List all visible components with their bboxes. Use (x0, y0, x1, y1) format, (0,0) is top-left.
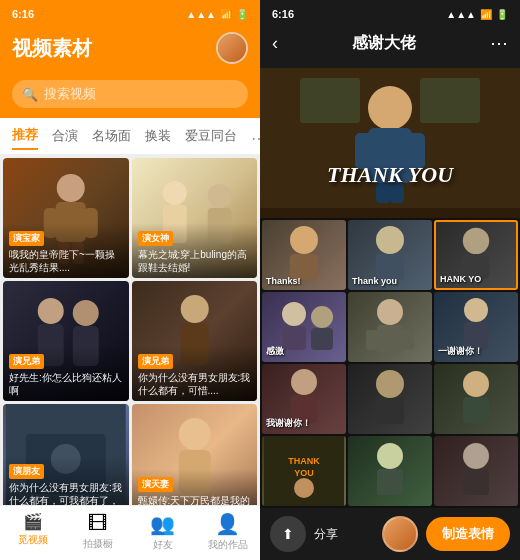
gif-cell-12[interactable] (434, 436, 518, 506)
wifi-icon: 📶 (220, 9, 232, 20)
video-card-1[interactable]: 演宝家 哦我的皇帝陛下~一颗操光乱秀结果.... (3, 158, 129, 278)
tab-recommend[interactable]: 推荐 (12, 126, 38, 150)
search-input-wrap[interactable]: 🔍 搜索视频 (12, 80, 248, 108)
svg-point-31 (290, 226, 318, 254)
video-tag-5: 演朋友 (9, 464, 44, 479)
svg-point-0 (57, 174, 85, 202)
gif-svg-9 (434, 364, 518, 434)
featured-text: THANK YOU (327, 162, 453, 188)
featured-gif[interactable]: THANK YOU (260, 68, 520, 218)
search-icon: 🔍 (22, 87, 38, 102)
nav-item-works[interactable]: 👤 我的作品 (195, 512, 260, 552)
featured-svg (260, 68, 520, 218)
upload-button[interactable]: ⬆ (270, 516, 306, 552)
svg-point-56 (294, 478, 314, 498)
svg-point-47 (291, 369, 317, 395)
gif-label-2: Thank you (352, 276, 397, 286)
shoot-nav-icon: 🎞 (88, 512, 108, 535)
svg-point-59 (463, 443, 489, 469)
right-bottom-bar: ⬆ 分享 制造表情 (260, 508, 520, 560)
gif-label-6: 一谢谢你！ (438, 345, 483, 358)
tabs-row: 推荐 合演 名场面 换装 爱豆同台 ⋯ (0, 118, 260, 155)
back-button[interactable]: ‹ (272, 33, 278, 54)
right-panel: 6:16 ▲▲▲ 📶 🔋 ‹ 感谢大佬 ⋯ (260, 0, 520, 560)
gif-cell-4[interactable]: 感激 (262, 292, 346, 362)
svg-rect-30 (420, 78, 480, 123)
svg-point-6 (162, 181, 186, 205)
video-overlay-1: 演宝家 哦我的皇帝陛下~一颗操光乱秀结果.... (3, 223, 129, 278)
gif-cell-7[interactable]: 我谢谢你！ (262, 364, 346, 434)
gif-cell-2[interactable]: Thank you (348, 220, 432, 290)
svg-rect-60 (463, 469, 489, 495)
left-status-time: 6:16 (12, 8, 34, 20)
svg-rect-50 (376, 398, 404, 424)
gif-label-3: HANK YO (440, 274, 481, 284)
gif-cell-6[interactable]: 一谢谢你！ (434, 292, 518, 362)
video-card-6[interactable]: 演天妻 甄嬛传:天下万民都是我的子民 (132, 404, 258, 505)
battery-icon: 🔋 (236, 9, 248, 20)
tab-idol[interactable]: 爱豆同台 (185, 127, 237, 149)
right-status-time: 6:16 (272, 8, 294, 20)
nav-label-video: 觅视频 (18, 533, 48, 547)
svg-point-22 (368, 86, 412, 130)
svg-point-35 (463, 228, 489, 254)
svg-point-51 (463, 371, 489, 397)
gif-cell-11[interactable] (348, 436, 432, 506)
video-tag-2: 演女神 (138, 231, 173, 246)
bottom-avatar (382, 516, 418, 552)
tab-costume[interactable]: 换装 (145, 127, 171, 149)
video-card-2[interactable]: 演女神 幕光之城:穿上buling的高跟鞋去结婚! (132, 158, 258, 278)
svg-point-12 (73, 300, 99, 326)
featured-gif-bg: THANK YOU (260, 68, 520, 218)
gif-cell-3[interactable]: HANK YO (434, 220, 518, 290)
gif-svg-8 (348, 364, 432, 434)
nav-item-shoot[interactable]: 🎞 拍摄橱 (65, 512, 130, 552)
video-tag-3: 演兄弟 (9, 354, 44, 369)
video-desc-4: 你为什么没有男女朋友:我什么都有，可惜.... (138, 371, 252, 397)
left-panel: 6:16 ▲▲▲ 📶 🔋 视频素材 🔍 搜索视频 推荐 合演 名场面 换装 爱豆… (0, 0, 260, 560)
right-header: 6:16 ▲▲▲ 📶 🔋 ‹ 感谢大佬 ⋯ (260, 0, 520, 68)
svg-text:YOU: YOU (294, 468, 314, 478)
video-desc-1: 哦我的皇帝陛下~一颗操光乱秀结果.... (9, 248, 123, 274)
tab-more-icon[interactable]: ⋯ (251, 129, 260, 148)
right-title: 感谢大佬 (352, 33, 416, 54)
svg-point-41 (377, 299, 403, 325)
friends-nav-icon: 👥 (150, 512, 175, 536)
gif-svg-11 (348, 436, 432, 506)
tab-together[interactable]: 合演 (52, 127, 78, 149)
video-desc-5: 你为什么没有男女朋友:我什么都有，可我都有了，可惜 (9, 481, 123, 505)
gif-cell-8[interactable] (348, 364, 432, 434)
svg-point-8 (207, 184, 231, 208)
nav-item-video[interactable]: 🎬 觅视频 (0, 512, 65, 552)
video-card-4[interactable]: 演兄弟 你为什么没有男女朋友:我什么都有，可惜.... (132, 281, 258, 401)
search-placeholder: 搜索视频 (44, 85, 96, 103)
svg-rect-28 (260, 208, 520, 218)
gif-label-7: 我谢谢你！ (266, 417, 311, 430)
svg-rect-43 (366, 330, 379, 350)
svg-point-49 (376, 370, 404, 398)
gif-cell-9[interactable] (434, 364, 518, 434)
video-card-3[interactable]: 演兄弟 好先生:你怎么比狗还粘人啊 (3, 281, 129, 401)
video-card-5[interactable]: 演朋友 你为什么没有男女朋友:我什么都有，可我都有了，可惜 (3, 404, 129, 505)
share-label: 分享 (314, 526, 338, 543)
bottom-nav: 🎬 觅视频 🎞 拍摄橱 👥 好友 👤 我的作品 (0, 505, 260, 560)
right-wifi-icon: 📶 (480, 9, 492, 20)
video-tag-4: 演兄弟 (138, 354, 173, 369)
nav-item-friends[interactable]: 👥 好友 (130, 512, 195, 552)
svg-point-39 (311, 306, 333, 328)
make-sticker-button[interactable]: 制造表情 (426, 517, 510, 551)
gif-svg-12 (434, 436, 518, 506)
gif-cell-5[interactable] (348, 292, 432, 362)
svg-point-19 (178, 418, 210, 450)
video-desc-3: 好先生:你怎么比狗还粘人啊 (9, 371, 123, 397)
left-status-icons: ▲▲▲ 📶 🔋 (186, 9, 248, 20)
gif-cell-10[interactable]: THANK YOU (262, 436, 346, 506)
gif-cell-1[interactable]: Thanks! (262, 220, 346, 290)
tab-scenes[interactable]: 名场面 (92, 127, 131, 149)
video-overlay-5: 演朋友 你为什么没有男女朋友:我什么都有，可我都有了，可惜 (3, 456, 129, 505)
avatar[interactable] (216, 32, 248, 64)
video-tag-1: 演宝家 (9, 231, 44, 246)
nav-label-works: 我的作品 (208, 538, 248, 552)
more-options-button[interactable]: ⋯ (490, 32, 508, 54)
app-title: 视频素材 (12, 35, 92, 62)
